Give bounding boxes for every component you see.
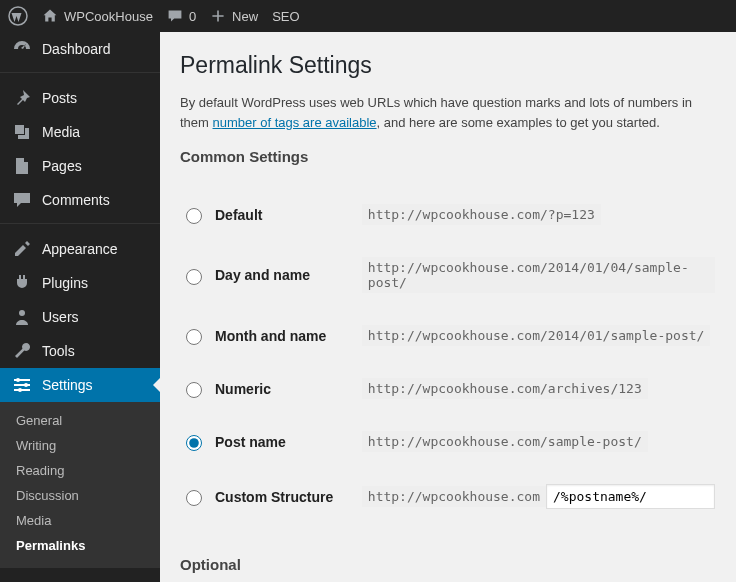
menu-label: Comments: [42, 192, 110, 208]
admin-bar: WPCookHouse 0 New SEO: [0, 0, 736, 32]
pages-icon: [12, 156, 32, 176]
permalink-options: Default http://wpcookhouse.com/?p=123 Da…: [180, 173, 716, 540]
comments-link[interactable]: 0: [167, 8, 196, 24]
menu-label: Posts: [42, 90, 77, 106]
admin-sidebar: Dashboard Posts Media Pages Comments App…: [0, 32, 160, 582]
example-url: http://wpcookhouse.com/archives/123: [362, 378, 648, 399]
radio-custom-structure[interactable]: [186, 490, 202, 506]
menu-appearance[interactable]: Appearance: [0, 232, 160, 266]
home-icon: [42, 8, 58, 24]
comment-icon: [12, 190, 32, 210]
submenu-permalinks[interactable]: Permalinks: [0, 533, 160, 558]
example-url: http://wpcookhouse.com/2014/01/sample-po…: [362, 325, 711, 346]
example-url: http://wpcookhouse.com/2014/01/04/sample…: [362, 257, 715, 293]
intro-text-after: , and here are some examples to get you …: [377, 115, 660, 130]
option-label: Month and name: [215, 328, 326, 344]
seo-label: SEO: [272, 9, 299, 24]
option-label: Custom Structure: [215, 489, 333, 505]
menu-dashboard[interactable]: Dashboard: [0, 32, 160, 66]
plugins-icon: [12, 273, 32, 293]
menu-label: Plugins: [42, 275, 88, 291]
seo-link[interactable]: SEO: [272, 9, 299, 24]
menu-settings[interactable]: Settings: [0, 368, 160, 402]
radio-post-name[interactable]: [186, 435, 202, 451]
radio-day-and-name[interactable]: [186, 269, 202, 285]
menu-separator: [0, 72, 160, 81]
submenu-writing[interactable]: Writing: [0, 433, 160, 458]
menu-media[interactable]: Media: [0, 115, 160, 149]
menu-separator: [0, 223, 160, 232]
settings-submenu: General Writing Reading Discussion Media…: [0, 402, 160, 568]
menu-label: Settings: [42, 377, 93, 393]
menu-plugins[interactable]: Plugins: [0, 266, 160, 300]
menu-label: Dashboard: [42, 41, 111, 57]
menu-tools[interactable]: Tools: [0, 334, 160, 368]
wp-logo[interactable]: [8, 6, 28, 26]
svg-point-6: [24, 383, 28, 387]
common-settings-heading: Common Settings: [180, 148, 716, 165]
menu-label: Pages: [42, 158, 82, 174]
content-area: Permalink Settings By default WordPress …: [160, 32, 736, 582]
new-content-link[interactable]: New: [210, 8, 258, 24]
pin-icon: [12, 88, 32, 108]
menu-pages[interactable]: Pages: [0, 149, 160, 183]
menu-users[interactable]: Users: [0, 300, 160, 334]
menu-posts[interactable]: Posts: [0, 81, 160, 115]
page-title: Permalink Settings: [180, 52, 716, 79]
dashboard-icon: [12, 39, 32, 59]
radio-month-and-name[interactable]: [186, 329, 202, 345]
media-icon: [12, 122, 32, 142]
wordpress-icon: [8, 6, 28, 26]
radio-numeric[interactable]: [186, 382, 202, 398]
plus-icon: [210, 8, 226, 24]
menu-label: Tools: [42, 343, 75, 359]
menu-label: Users: [42, 309, 79, 325]
comment-icon: [167, 8, 183, 24]
appearance-icon: [12, 239, 32, 259]
custom-prefix: http://wpcookhouse.com: [362, 486, 546, 507]
option-label: Post name: [215, 434, 286, 450]
svg-point-1: [19, 310, 25, 316]
svg-point-5: [16, 378, 20, 382]
radio-default[interactable]: [186, 208, 202, 224]
new-label: New: [232, 9, 258, 24]
menu-label: Media: [42, 124, 80, 140]
submenu-discussion[interactable]: Discussion: [0, 483, 160, 508]
site-name: WPCookHouse: [64, 9, 153, 24]
intro-tags-link[interactable]: number of tags are available: [213, 115, 377, 130]
option-label: Numeric: [215, 381, 271, 397]
option-label: Default: [215, 207, 262, 223]
svg-point-7: [18, 388, 22, 392]
submenu-general[interactable]: General: [0, 408, 160, 433]
example-url: http://wpcookhouse.com/?p=123: [362, 204, 601, 225]
menu-comments[interactable]: Comments: [0, 183, 160, 217]
optional-heading: Optional: [180, 556, 716, 573]
submenu-reading[interactable]: Reading: [0, 458, 160, 483]
users-icon: [12, 307, 32, 327]
intro-paragraph: By default WordPress uses web URLs which…: [180, 93, 716, 132]
site-name-link[interactable]: WPCookHouse: [42, 8, 153, 24]
settings-icon: [12, 375, 32, 395]
comments-count: 0: [189, 9, 196, 24]
custom-structure-input[interactable]: [546, 484, 715, 509]
tools-icon: [12, 341, 32, 361]
example-url: http://wpcookhouse.com/sample-post/: [362, 431, 648, 452]
submenu-media[interactable]: Media: [0, 508, 160, 533]
menu-label: Appearance: [42, 241, 118, 257]
option-label: Day and name: [215, 267, 310, 283]
